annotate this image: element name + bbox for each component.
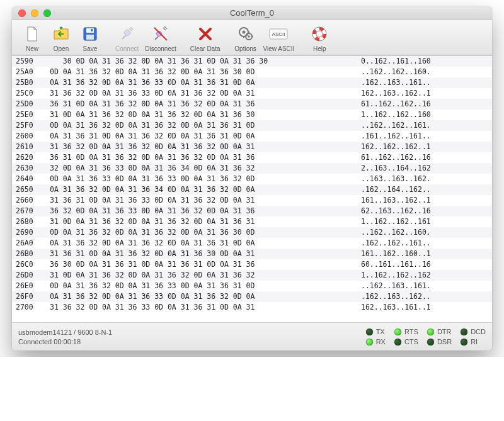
led-dtr: DTR: [427, 328, 452, 335]
close-icon[interactable]: [18, 9, 26, 17]
hex-ascii: 61..162..162..16: [317, 152, 431, 163]
svg-rect-2: [86, 35, 94, 40]
hex-bytes: 36 31 0D 0A 31 36 32 0D 0A 31 36 32 0D 0…: [50, 99, 317, 109]
zoom-icon[interactable]: [43, 9, 51, 17]
hex-row: 25B00A 31 36 32 0D 0A 31 36 33 0D 0A 31 …: [12, 77, 492, 88]
disconnect-button[interactable]: Disconnect: [142, 23, 178, 53]
hex-view[interactable]: 2590 30 0D 0A 31 36 32 0D 0A 31 36 31 0D…: [12, 55, 492, 323]
hex-ascii: ..162..162..161.: [317, 120, 431, 131]
options-button[interactable]: Options: [232, 23, 260, 53]
svg-text:ASCII: ASCII: [272, 31, 285, 37]
hex-row: 26D031 0D 0A 31 36 32 0D 0A 31 36 32 0D …: [12, 270, 492, 281]
hex-row: 263032 0D 0A 31 36 33 0D 0A 31 36 34 0D …: [12, 163, 492, 174]
hex-addr: 2700: [16, 302, 50, 313]
hex-bytes: 0D 0A 31 36 32 0D 0A 31 36 32 0D 0A 31 3…: [50, 67, 317, 77]
hex-ascii: 0..162..161..160: [317, 56, 431, 67]
hex-row: 25D036 31 0D 0A 31 36 32 0D 0A 31 36 32 …: [12, 99, 492, 109]
hex-addr: 25E0: [16, 109, 50, 120]
hex-bytes: 31 36 32 0D 0A 31 36 33 0D 0A 31 36 32 0…: [50, 88, 317, 99]
hex-bytes: 0D 0A 31 36 32 0D 0A 31 36 33 0D 0A 31 3…: [50, 281, 317, 291]
hex-row: 26400D 0A 31 36 33 0D 0A 31 36 33 0D 0A …: [12, 174, 492, 184]
led-label: DSR: [437, 338, 452, 345]
hex-addr: 26B0: [16, 249, 50, 259]
hex-bytes: 36 30 0D 0A 31 36 31 0D 0A 31 36 31 0D 0…: [50, 259, 317, 270]
led-dcd: DCD: [461, 328, 486, 335]
save-button[interactable]: Save: [76, 23, 104, 53]
new-file-icon: [22, 24, 42, 44]
hex-addr: 2690: [16, 227, 50, 238]
hex-bytes: 0D 0A 31 36 32 0D 0A 31 36 32 0D 0A 31 3…: [50, 227, 317, 238]
led-label: RTS: [404, 328, 418, 335]
new-button[interactable]: New: [18, 23, 46, 53]
hex-row: 26F00A 31 36 32 0D 0A 31 36 33 0D 0A 31 …: [12, 291, 492, 302]
led-indicator-icon: [461, 339, 467, 345]
led-label: RI: [471, 338, 478, 345]
hex-row: 262036 31 0D 0A 31 36 32 0D 0A 31 36 32 …: [12, 152, 492, 163]
svg-point-13: [316, 31, 323, 37]
clear-x-icon: [195, 24, 215, 44]
led-label: CTS: [404, 338, 418, 345]
minimize-icon[interactable]: [31, 9, 38, 17]
help-lifering-icon: [309, 24, 329, 44]
hex-addr: 26C0: [16, 259, 50, 270]
hex-ascii: 161..162..160..1: [317, 249, 431, 259]
ascii-text-icon: ASCII: [268, 24, 289, 44]
hex-ascii: ..163..163..162.: [317, 174, 431, 184]
hex-ascii: 1..162..162..161: [317, 216, 431, 227]
hex-bytes: 36 31 0D 0A 31 36 32 0D 0A 31 36 32 0D 0…: [50, 152, 317, 163]
led-indicator-icon: [394, 339, 401, 345]
led-rx: RX: [366, 338, 386, 345]
led-indicator-icon: [461, 328, 467, 335]
hex-ascii: 162..163..161..1: [317, 302, 431, 313]
hex-row: 261031 36 32 0D 0A 31 36 32 0D 0A 31 36 …: [12, 142, 492, 152]
hex-addr: 2660: [16, 195, 50, 206]
hex-bytes: 32 0D 0A 31 36 33 0D 0A 31 36 34 0D 0A 3…: [50, 163, 317, 174]
hex-row: 267036 32 0D 0A 31 36 33 0D 0A 31 36 32 …: [12, 206, 492, 216]
hex-row: 2590 30 0D 0A 31 36 32 0D 0A 31 36 31 0D…: [12, 56, 492, 67]
hex-row: 25F00D 0A 31 36 32 0D 0A 31 36 32 0D 0A …: [12, 120, 492, 131]
led-indicator-icon: [427, 339, 434, 345]
svg-point-7: [242, 31, 245, 34]
app-window: CoolTerm_0 New Open Save Connect: [12, 6, 492, 351]
gear-icon: [236, 24, 256, 44]
hex-bytes: 0D 0A 31 36 32 0D 0A 31 36 32 0D 0A 31 3…: [50, 120, 317, 131]
hex-row: 266031 36 31 0D 0A 31 36 33 0D 0A 31 36 …: [12, 195, 492, 206]
port-status: usbmodem14121 / 9600 8-N-1: [18, 328, 112, 336]
hex-addr: 2620: [16, 152, 50, 163]
connect-plug-icon: [117, 24, 137, 44]
led-ri: RI: [461, 338, 486, 345]
hex-row: 270031 36 32 0D 0A 31 36 33 0D 0A 31 36 …: [12, 302, 492, 313]
svg-rect-5: [156, 31, 163, 37]
hex-row: 26B031 36 31 0D 0A 31 36 32 0D 0A 31 36 …: [12, 249, 492, 259]
led-indicator-icon: [394, 328, 401, 335]
open-button[interactable]: Open: [47, 23, 75, 53]
svg-point-9: [248, 35, 250, 38]
hex-row: 26900D 0A 31 36 32 0D 0A 31 36 32 0D 0A …: [12, 227, 492, 238]
hex-addr: 26D0: [16, 270, 50, 281]
led-label: RX: [376, 338, 386, 345]
hex-bytes: 31 36 32 0D 0A 31 36 33 0D 0A 31 36 31 0…: [50, 302, 317, 313]
led-indicator-icon: [366, 339, 373, 345]
svg-rect-4: [123, 29, 130, 36]
help-button[interactable]: Help: [306, 23, 333, 53]
hex-bytes: 36 32 0D 0A 31 36 33 0D 0A 31 36 32 0D 0…: [50, 206, 317, 216]
hex-row: 268031 0D 0A 31 36 32 0D 0A 31 36 32 0D …: [12, 216, 492, 227]
hex-bytes: 0A 31 36 32 0D 0A 31 36 33 0D 0A 31 36 3…: [50, 291, 317, 302]
hex-row: 25E031 0D 0A 31 36 32 0D 0A 31 36 32 0D …: [12, 109, 492, 120]
hex-row: 26C036 30 0D 0A 31 36 31 0D 0A 31 36 31 …: [12, 259, 492, 270]
clear-data-button[interactable]: Clear Data: [188, 23, 223, 53]
disconnect-plug-icon: [151, 24, 171, 44]
svg-rect-3: [91, 29, 93, 31]
hex-bytes: 31 0D 0A 31 36 32 0D 0A 31 36 32 0D 0A 3…: [50, 109, 317, 120]
connect-button[interactable]: Connect: [113, 23, 141, 53]
hex-addr: 2610: [16, 142, 50, 152]
led-tx: TX: [366, 328, 386, 335]
hex-addr: 26E0: [16, 281, 50, 291]
hex-ascii: .162..163..161..: [317, 77, 431, 88]
hex-ascii: 161..163..162..1: [317, 195, 431, 206]
led-rts: RTS: [394, 328, 418, 335]
view-ascii-button[interactable]: ASCII View ASCII: [261, 23, 297, 53]
svg-rect-1: [86, 28, 94, 33]
led-label: DCD: [471, 328, 486, 335]
hex-addr: 2670: [16, 206, 50, 216]
